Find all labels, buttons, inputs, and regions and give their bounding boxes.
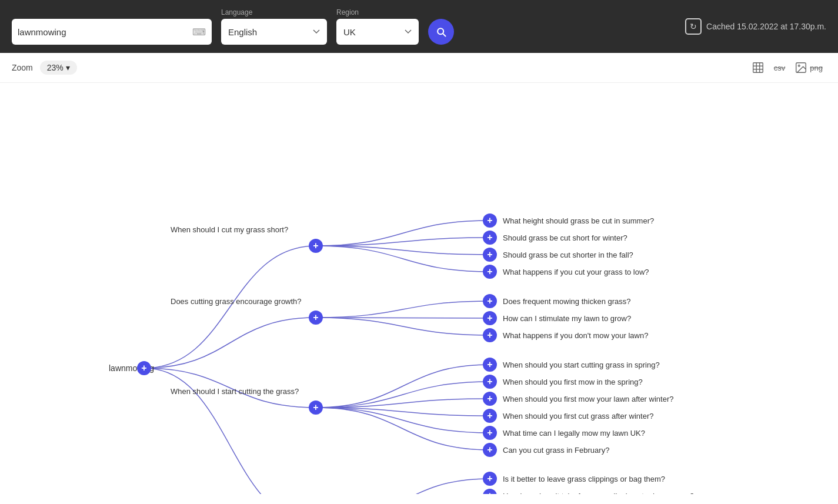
leaf3-4-node[interactable]: + (483, 409, 497, 423)
branch2-node[interactable]: + (309, 311, 323, 325)
leaf2-3-label: What happens if you don't mow your lawn? (503, 331, 648, 340)
tree-svg (0, 83, 838, 494)
search-wrapper: ⌨ (12, 19, 212, 45)
chevron-down-icon: ▾ (66, 63, 70, 72)
leaf1-4-label: What happens if you cut your grass to lo… (503, 268, 649, 276)
leaf3-5-node[interactable]: + (483, 426, 497, 440)
export-png-button[interactable]: png (791, 59, 826, 76)
cache-icon: ↻ (685, 18, 702, 35)
header: ⌨ Language English Region UK ↻ Cached 15… (0, 0, 838, 53)
leaf4-1-node[interactable]: + (483, 472, 497, 486)
region-dropdown-group: Region UK (336, 8, 419, 45)
export-table-button[interactable] (748, 59, 768, 76)
zoom-label: Zoom (12, 63, 33, 72)
svg-rect-0 (753, 63, 763, 73)
search-input[interactable] (18, 27, 189, 37)
leaf1-3-node[interactable]: + (483, 248, 497, 262)
leaf3-6-label: Can you cut grass in February? (503, 446, 609, 455)
toolbar-right: csv png (748, 59, 826, 76)
leaf2-1-label: Does frequent mowing thicken grass? (503, 297, 631, 306)
cache-text: Cached 15.02.2022 at 17.30p.m. (706, 22, 826, 31)
leaf1-2-label: Should grass be cut short for winter? (503, 233, 627, 242)
root-node[interactable]: + (137, 361, 151, 375)
svg-point-6 (799, 65, 800, 66)
branch1-label: When should I cut my grass short? (171, 225, 288, 234)
branch2-label: Does cutting grass encourage growth? (171, 297, 302, 306)
leaf3-6-node[interactable]: + (483, 443, 497, 457)
leaf1-2-node[interactable]: + (483, 231, 497, 245)
leaf2-3-node[interactable]: + (483, 328, 497, 342)
keyboard-icon: ⌨ (192, 26, 206, 38)
leaf4-2-label: How long does it take for grass clipping… (503, 492, 694, 495)
image-icon (794, 61, 807, 74)
leaf3-1-node[interactable]: + (483, 358, 497, 372)
leaf1-3-label: Should grass be cut shorter in the fall? (503, 251, 633, 259)
branch3-node[interactable]: + (309, 400, 323, 415)
branch1-node[interactable]: + (309, 239, 323, 253)
language-dropdown-group: Language English (221, 8, 327, 45)
leaf1-4-node[interactable]: + (483, 265, 497, 279)
region-label: Region (336, 8, 419, 16)
region-select[interactable]: UK (336, 19, 419, 45)
leaf3-4-label: When should you first cut grass after wi… (503, 412, 654, 420)
language-select[interactable]: English (221, 19, 327, 45)
toolbar: Zoom 23% ▾ csv png (0, 53, 838, 83)
search-button[interactable] (428, 19, 454, 45)
zoom-button[interactable]: 23% ▾ (40, 61, 77, 75)
search-icon (435, 26, 447, 38)
leaf3-5-label: What time can I legally mow my lawn UK? (503, 429, 645, 438)
leaf2-1-node[interactable]: + (483, 294, 497, 308)
png-label: png (810, 64, 823, 72)
leaf1-1-node[interactable]: + (483, 213, 497, 228)
leaf2-2-node[interactable]: + (483, 311, 497, 325)
leaf4-1-label: Is it better to leave grass clippings or… (503, 475, 665, 483)
leaf3-2-node[interactable]: + (483, 375, 497, 389)
leaf3-3-node[interactable]: + (483, 392, 497, 406)
leaf2-2-label: How can I stimulate my lawn to grow? (503, 314, 631, 323)
main-content: lawnmowing + When should I cut my grass … (0, 83, 838, 494)
export-csv-button[interactable]: csv (774, 64, 786, 72)
branch3-label: When should I start cutting the grass? (171, 387, 299, 396)
leaf3-2-label: When should you first mow in the spring? (503, 378, 643, 386)
leaf3-1-label: When should you start cutting grass in s… (503, 361, 660, 369)
table-icon (752, 61, 764, 74)
language-label: Language (221, 8, 327, 16)
zoom-value: 23% (47, 63, 64, 72)
leaf3-3-label: When should you first mow your lawn afte… (503, 395, 673, 403)
leaf1-1-label: What height should grass be cut in summe… (503, 216, 654, 225)
cache-info: ↻ Cached 15.02.2022 at 17.30p.m. (685, 18, 826, 35)
